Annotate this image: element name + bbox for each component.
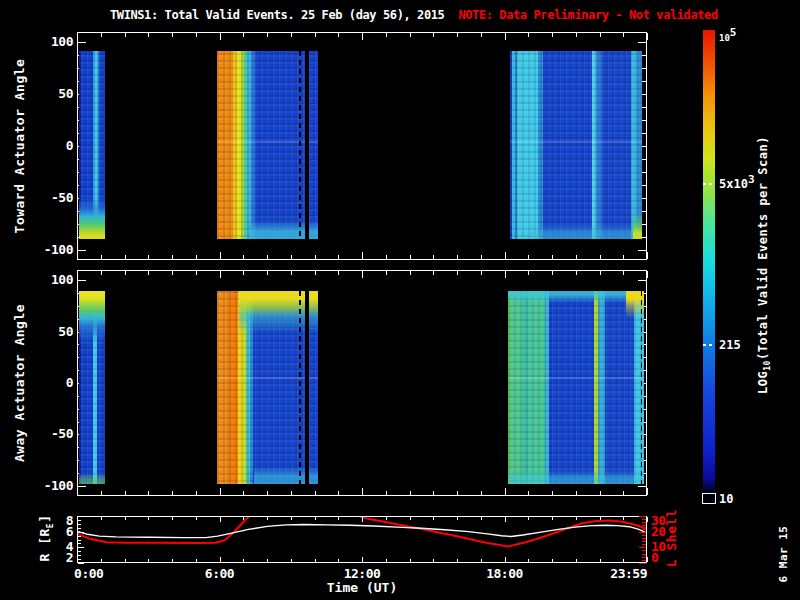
axis-tick xyxy=(338,517,339,520)
axis-tick xyxy=(267,491,268,495)
axis-tick xyxy=(642,544,646,545)
axis-tick xyxy=(410,559,411,562)
axis-tick xyxy=(505,557,506,562)
axis-tick xyxy=(642,172,646,173)
axis-tick xyxy=(291,33,292,37)
axis-tick xyxy=(78,524,81,525)
axis-tick xyxy=(291,517,292,520)
axis-tick xyxy=(639,532,646,533)
r-tick-label: 2 xyxy=(33,550,73,565)
axis-tick xyxy=(642,535,646,536)
axis-tick xyxy=(623,559,624,562)
axis-tick xyxy=(386,33,387,37)
axis-tick xyxy=(505,33,506,40)
axis-tick xyxy=(623,491,624,495)
axis-tick xyxy=(600,271,601,275)
axis-tick xyxy=(101,517,102,520)
axis-tick xyxy=(78,540,81,541)
axis-tick xyxy=(338,491,339,495)
axis-tick xyxy=(642,525,646,526)
axis-tick xyxy=(386,517,387,520)
colorbar-dash xyxy=(703,344,715,346)
axis-tick xyxy=(315,255,316,259)
angle-tick-label: 100 xyxy=(33,34,73,49)
axis-tick xyxy=(78,516,84,517)
line-plot-panel xyxy=(77,516,647,563)
axis-tick xyxy=(457,517,458,520)
axis-tick xyxy=(623,33,624,37)
axis-tick xyxy=(639,547,646,548)
axis-tick xyxy=(362,271,363,278)
axis-tick xyxy=(528,517,529,520)
axis-tick xyxy=(148,271,149,275)
axis-tick xyxy=(101,271,102,275)
axis-tick xyxy=(647,517,648,522)
axis-tick xyxy=(386,271,387,275)
axis-tick xyxy=(220,517,221,522)
axis-tick xyxy=(642,529,646,530)
axis-tick xyxy=(77,271,78,278)
axis-tick xyxy=(481,517,482,520)
axis-tick xyxy=(172,559,173,562)
axis-tick xyxy=(481,271,482,275)
axis-tick xyxy=(457,255,458,259)
axis-tick xyxy=(243,33,244,37)
axis-tick xyxy=(362,557,363,562)
axis-tick xyxy=(172,271,173,275)
axis-tick xyxy=(338,255,339,259)
axis-tick xyxy=(125,491,126,495)
colorbar-axis-label: LOG10(Total Valid Events per Scan) xyxy=(756,136,772,394)
axis-tick xyxy=(642,55,646,56)
data-gap-line xyxy=(299,51,301,239)
colorbar-tick-label: 105 xyxy=(719,30,736,44)
axis-tick xyxy=(148,255,149,259)
axis-tick xyxy=(196,517,197,520)
axis-tick xyxy=(267,33,268,37)
axis-tick xyxy=(552,271,553,275)
axis-tick xyxy=(78,250,86,251)
axis-tick xyxy=(78,528,81,529)
axis-tick xyxy=(78,520,81,521)
lshell-line xyxy=(78,517,252,543)
axis-tick xyxy=(386,559,387,562)
axis-tick xyxy=(172,33,173,37)
angle-tick-label: -100 xyxy=(33,242,73,257)
angle-tick-label: -50 xyxy=(33,426,73,441)
axis-tick xyxy=(638,250,646,251)
axis-tick xyxy=(433,255,434,259)
axis-tick xyxy=(505,488,506,495)
axis-tick xyxy=(101,559,102,562)
axis-tick xyxy=(291,559,292,562)
axis-tick xyxy=(172,491,173,495)
lshell-tick-label: 20 xyxy=(651,524,666,539)
axis-tick xyxy=(172,517,173,520)
time-tick-label: 23:59 xyxy=(610,566,647,581)
axis-tick xyxy=(338,559,339,562)
axis-tick xyxy=(576,255,577,259)
spectrogram-overlay xyxy=(508,291,645,484)
angle-tick-label: 50 xyxy=(33,324,73,339)
axis-tick xyxy=(125,33,126,37)
spectrogram-overlay xyxy=(633,51,642,239)
axis-tick xyxy=(267,255,268,259)
data-gap-line xyxy=(305,51,309,239)
axis-tick xyxy=(148,559,149,562)
axis-tick xyxy=(505,252,506,259)
axis-tick xyxy=(642,133,646,134)
axis-tick xyxy=(243,517,244,520)
datestamp: 6 Mar 15 xyxy=(777,526,790,583)
axis-tick xyxy=(78,547,84,548)
axis-tick xyxy=(642,224,646,225)
spectrogram-overlay xyxy=(79,51,105,239)
axis-tick xyxy=(410,491,411,495)
axis-tick xyxy=(600,491,601,495)
axis-tick xyxy=(552,491,553,495)
axis-tick xyxy=(576,491,577,495)
axis-tick xyxy=(433,271,434,275)
axis-tick xyxy=(528,33,529,37)
axis-tick xyxy=(623,271,624,275)
axis-tick xyxy=(78,543,81,544)
axis-tick xyxy=(600,33,601,37)
axis-tick xyxy=(576,559,577,562)
lshell-tick-label: 0 xyxy=(651,550,658,565)
